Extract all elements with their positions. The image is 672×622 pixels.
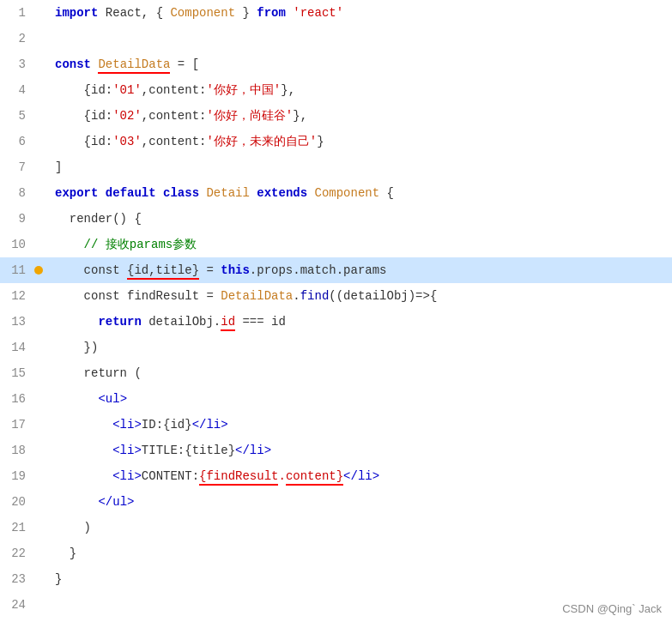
line-number: 23	[0, 566, 34, 592]
code-line: 10 // 接收params参数	[0, 232, 672, 257]
line-number: 15	[0, 360, 34, 386]
line-code: )	[46, 515, 672, 540]
token: ,content:	[142, 109, 207, 123]
token: '你好，尚硅谷'	[206, 109, 293, 123]
token: export	[55, 186, 98, 200]
token: .	[278, 469, 285, 483]
token	[55, 418, 112, 432]
gutter	[34, 592, 46, 618]
gutter	[34, 154, 46, 180]
token: default	[106, 186, 156, 200]
gutter	[34, 129, 46, 154]
gutter	[34, 232, 46, 257]
line-code: render() {	[46, 206, 672, 232]
line-code: return detailObj.id === id	[46, 309, 672, 335]
line-code: ]	[46, 154, 672, 180]
token: }	[235, 6, 257, 20]
line-number: 4	[0, 77, 34, 103]
line-number: 7	[0, 154, 34, 180]
gutter	[34, 0, 46, 26]
line-number: 22	[0, 540, 34, 566]
line-number: 10	[0, 232, 34, 257]
line-code: const findResult = DetailData.find((deta…	[46, 283, 672, 309]
gutter	[34, 489, 46, 515]
token: }	[55, 572, 62, 586]
line-code: {id:'02',content:'你好，尚硅谷'},	[46, 103, 672, 129]
line-code: }	[46, 540, 672, 566]
line-code: // 接收params参数	[46, 232, 672, 257]
token: return	[55, 315, 148, 329]
token: React, {	[98, 6, 170, 20]
token	[55, 495, 98, 509]
code-line: 23}	[0, 566, 672, 592]
line-code	[46, 26, 672, 51]
token: DetailData	[221, 289, 293, 303]
token: <li>	[112, 444, 142, 457]
token: CONTENT:	[142, 469, 199, 483]
code-line: 1import React, { Component } from 'react…	[0, 0, 672, 26]
token: },	[293, 109, 307, 123]
token: const	[55, 289, 127, 303]
token: extends	[257, 186, 307, 200]
token: <li>	[112, 469, 142, 483]
code-editor: 1import React, { Component } from 'react…	[0, 0, 672, 622]
code-line: 12 const findResult = DetailData.find((d…	[0, 283, 672, 309]
gutter	[34, 515, 46, 540]
gutter	[34, 463, 46, 489]
code-line: 16 <ul>	[0, 386, 672, 412]
line-number: 13	[0, 309, 34, 335]
token: .	[214, 315, 221, 329]
gutter	[34, 566, 46, 592]
code-table: 1import React, { Component } from 'react…	[0, 0, 672, 618]
token: const	[55, 57, 91, 71]
token: class	[163, 186, 199, 200]
line-code: import React, { Component } from 'react'	[46, 0, 672, 26]
line-number: 17	[0, 412, 34, 438]
token: ,content:	[142, 135, 207, 148]
code-line: 20 </ul>	[0, 489, 672, 515]
code-line: 3const DetailData = [	[0, 51, 672, 77]
gutter	[34, 77, 46, 103]
gutter	[34, 335, 46, 360]
code-line: 18 <li>TITLE:{title}</li>	[0, 438, 672, 463]
token: '你好，未来的自己'	[206, 135, 317, 148]
line-code: <li>ID:{id}</li>	[46, 412, 672, 438]
token: })	[55, 341, 98, 354]
line-code: const DetailData = [	[46, 51, 672, 77]
token: <li>	[112, 418, 142, 432]
token: </li>	[192, 418, 228, 432]
token: =	[199, 263, 221, 277]
token: find	[300, 289, 330, 303]
token: }	[55, 547, 76, 560]
token: 参数	[173, 238, 197, 251]
token: )	[55, 521, 91, 534]
token: </ul>	[98, 495, 134, 509]
token: from	[257, 6, 286, 20]
token: ((detailObj)=>{	[329, 289, 437, 303]
code-line: 19 <li>CONTENT:{findResult.content}</li>	[0, 463, 672, 489]
gutter	[34, 360, 46, 386]
line-number: 19	[0, 463, 34, 489]
code-line: 13 return detailObj.id === id	[0, 309, 672, 335]
gutter	[34, 283, 46, 309]
token: '你好，中国'	[206, 83, 281, 97]
token: // 接收	[55, 238, 130, 251]
line-number: 9	[0, 206, 34, 232]
line-number: 12	[0, 283, 34, 309]
line-code: <li>CONTENT:{findResult.content}</li>	[46, 463, 672, 489]
token: <ul>	[98, 392, 127, 406]
line-code: {id:'03',content:'你好，未来的自己'}	[46, 129, 672, 154]
code-line: 11 const {id,title} = this.props.match.p…	[0, 257, 672, 283]
token: </li>	[343, 469, 379, 483]
token: </li>	[235, 444, 271, 457]
code-line: 4 {id:'01',content:'你好，中国'},	[0, 77, 672, 103]
token: }	[317, 135, 324, 148]
token: .	[293, 289, 300, 303]
line-code: {id:'01',content:'你好，中国'},	[46, 77, 672, 103]
code-line: 15 return (	[0, 360, 672, 386]
line-number: 24	[0, 592, 34, 618]
token: =	[199, 289, 221, 303]
gutter	[34, 386, 46, 412]
token: '01'	[112, 83, 142, 97]
gutter	[34, 540, 46, 566]
